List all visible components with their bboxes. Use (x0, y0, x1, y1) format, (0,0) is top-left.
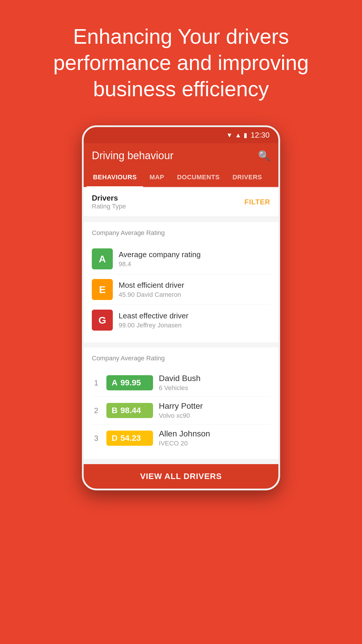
rating-info-efficient: Most efficient driver 45.90 David Camero… (119, 281, 184, 299)
rating-info-least: Least effective driver 99.00 Jeffrey Jon… (119, 311, 188, 329)
rank-number-1: 1 (92, 378, 101, 387)
score-badge-2: B 98.44 (106, 403, 153, 418)
filter-button[interactable]: FILTER (245, 198, 270, 206)
rating-title-efficient: Most efficient driver (119, 281, 184, 290)
filter-row: Drivers Rating Type FILTER (84, 187, 278, 217)
driver-vehicle-3: IVECO 20 (159, 440, 210, 447)
rank-number-2: 2 (92, 406, 101, 415)
score-letter-1: A (112, 378, 117, 387)
rating-item-average: A Average company rating 98.4 (92, 244, 270, 274)
ranked-item-2: 2 B 98.44 Harry Potter Volvo xc90 (92, 397, 270, 424)
tab-map[interactable]: MAP (143, 168, 171, 187)
filter-label-sub: Rating Type (92, 203, 126, 210)
rating-item-efficient: E Most efficient driver 45.90 David Came… (92, 274, 270, 305)
score-letter-3: D (112, 434, 117, 443)
tab-behaviours[interactable]: BEHAVIOURS (87, 168, 143, 187)
status-icons: ▼ ▲ ▮ (226, 131, 247, 139)
app-title: Driving behaviour (92, 150, 173, 162)
ranked-item-3: 3 D 54.23 Allen Johnson IVECO 20 (92, 424, 270, 452)
driver-vehicle-2: Volvo xc90 (159, 412, 203, 420)
phone-wrapper: ▼ ▲ ▮ 12:30 Driving behaviour 🔍 BEHAVIOU… (0, 125, 362, 490)
driver-name-2: Harry Potter (159, 401, 203, 411)
rating-subtitle-efficient: 45.90 David Cameron (119, 291, 184, 299)
view-all-button[interactable]: VIEW ALL DRIVERS (84, 464, 278, 489)
rating-info-average: Average company rating 98.4 (119, 250, 201, 268)
app-bar: Driving behaviour 🔍 (84, 143, 278, 168)
rank-number-3: 3 (92, 434, 101, 443)
tab-documents[interactable]: DOCUMENTS (171, 168, 226, 187)
score-value-1: 99.95 (120, 378, 141, 387)
score-badge-1: A 99.95 (106, 375, 153, 390)
battery-icon: ▮ (244, 131, 247, 139)
rating-item-least: G Least effective driver 99.00 Jeffrey J… (92, 305, 270, 335)
hero-tagline: Enhancing Your drivers performance and i… (17, 23, 345, 102)
signal-icon: ▲ (235, 131, 241, 139)
driver-name-3: Allen Johnson (159, 429, 210, 438)
ranked-item-1: 1 A 99.95 David Bush 6 Vehicles (92, 369, 270, 397)
badge-G: G (92, 310, 113, 331)
badge-A: A (92, 248, 113, 269)
badge-E: E (92, 279, 113, 300)
status-time: 12:30 (251, 131, 270, 140)
filter-label-group: Drivers Rating Type (92, 194, 126, 210)
tab-bar: BEHAVIOURS MAP DOCUMENTS DRIVERS (84, 168, 278, 187)
driver-info-3: Allen Johnson IVECO 20 (159, 429, 210, 447)
status-bar: ▼ ▲ ▮ 12:30 (84, 127, 278, 143)
hero-section: Enhancing Your drivers performance and i… (0, 0, 362, 120)
phone-frame: ▼ ▲ ▮ 12:30 Driving behaviour 🔍 BEHAVIOU… (82, 125, 280, 490)
ranked-card: Company Average Rating 1 A 99.95 David B… (84, 348, 278, 459)
driver-info-2: Harry Potter Volvo xc90 (159, 401, 203, 420)
rating-subtitle-least: 99.00 Jeffrey Jonasen (119, 322, 188, 329)
score-letter-2: B (112, 406, 117, 415)
filter-label-main: Drivers (92, 194, 126, 203)
score-badge-3: D 54.23 (106, 431, 153, 446)
ranked-section-title: Company Average Rating (92, 355, 270, 362)
rating-title-average: Average company rating (119, 250, 201, 259)
rating-subtitle-average: 98.4 (119, 260, 201, 268)
tab-drivers[interactable]: DRIVERS (226, 168, 268, 187)
driver-info-1: David Bush 6 Vehicles (159, 374, 201, 392)
wifi-icon: ▼ (226, 131, 233, 139)
driver-name-1: David Bush (159, 374, 201, 383)
content-area: Drivers Rating Type FILTER Company Avera… (84, 187, 278, 489)
driver-vehicle-1: 6 Vehicles (159, 384, 201, 392)
summary-section-title: Company Average Rating (92, 229, 270, 237)
rating-title-least: Least effective driver (119, 311, 188, 320)
search-button[interactable]: 🔍 (258, 150, 270, 162)
summary-card: Company Average Rating A Average company… (84, 222, 278, 342)
score-value-3: 54.23 (120, 434, 141, 443)
score-value-2: 98.44 (120, 406, 141, 415)
